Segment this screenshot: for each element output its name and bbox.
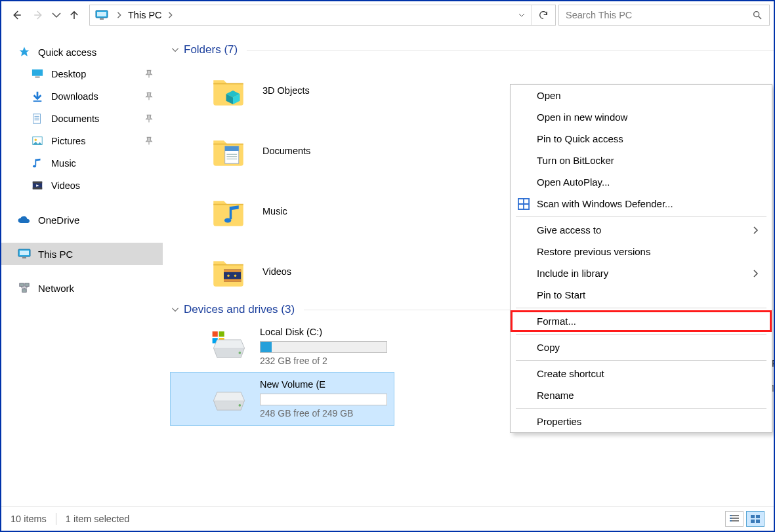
music-icon [30,157,45,169]
view-large-icons-button[interactable] [746,511,765,527]
group-header-folders[interactable]: Folders (7) [171,43,774,56]
menu-item-label: Scan with Windows Defender... [537,198,673,209]
svg-point-8 [35,138,37,141]
svg-rect-18 [22,289,26,293]
svg-point-31 [239,352,241,354]
drive-label: New Volume (E [260,379,387,390]
menu-item[interactable]: Pin to Quick access [511,128,772,150]
menu-item[interactable]: Open [511,85,772,106]
svg-rect-20 [225,146,239,151]
nav-item-videos[interactable]: Videos [1,174,163,197]
menu-item-label: Open [537,90,561,101]
svg-rect-12 [33,188,42,190]
nav-this-pc[interactable]: This PC [1,243,163,265]
nav-label: Desktop [51,69,86,79]
menu-item[interactable]: Turn on BitLocker [511,150,772,171]
folder-item-documents[interactable]: Documents [171,121,348,181]
nav-item-desktop[interactable]: Desktop [1,63,163,85]
svg-rect-2 [100,18,104,20]
nav-item-documents[interactable]: Documents [1,108,163,130]
search-input[interactable]: Search This PC [558,5,770,26]
status-selection: 1 item selected [66,514,130,524]
menu-item-label: Pin to Quick access [537,133,623,144]
svg-rect-11 [33,182,42,184]
folder-label: 3D Objects [262,85,310,96]
recent-locations-button[interactable] [50,4,63,26]
menu-item[interactable]: Rename [511,384,772,406]
svg-rect-16 [20,283,24,287]
refresh-button[interactable] [531,5,555,25]
svg-rect-27 [213,331,218,337]
defender-icon [517,198,530,210]
view-details-button[interactable] [725,511,744,527]
nav-label: Quick access [38,47,96,58]
menu-item-label: Format... [537,316,576,327]
svg-rect-5 [35,77,39,78]
back-button[interactable] [5,4,28,26]
menu-item[interactable]: Give access to [511,219,772,241]
chevron-right-icon [752,226,760,234]
menu-item[interactable]: Scan with Windows Defender... [511,193,772,215]
nav-item-downloads[interactable]: Downloads [1,85,163,108]
folder-icon [210,253,247,290]
drive-item[interactable]: New Volume (E 248 GB free of 249 GB [171,373,394,425]
menu-item[interactable]: Open in new window [511,106,772,128]
pin-icon [144,114,154,123]
menu-item[interactable]: Copy [511,337,772,358]
folder-item-videos[interactable]: Videos [171,241,348,302]
svg-rect-6 [33,114,41,123]
group-title: Folders (7) [184,43,238,56]
menu-item[interactable]: Create shortcut [511,363,772,384]
svg-rect-14 [20,251,29,255]
pin-icon [144,92,154,101]
menu-item[interactable]: Open AutoPlay... [511,171,772,193]
menu-item-label: Open AutoPlay... [537,176,610,188]
nav-item-pictures[interactable]: Pictures [1,130,163,152]
drive-icon [210,382,248,415]
svg-rect-37 [756,520,760,523]
nav-item-music[interactable]: Music [1,152,163,174]
menu-item[interactable]: Pin to Start [511,284,772,306]
nav-label: This PC [38,249,73,260]
svg-rect-24 [224,279,241,281]
chevron-right-icon[interactable] [114,12,125,18]
content-pane: Folders (7) 3D Objects Documents Music V… [163,29,774,507]
breadcrumb-this-pc[interactable]: This PC [125,10,165,20]
menu-item-label: Copy [537,342,560,353]
svg-rect-28 [219,331,224,337]
svg-rect-4 [32,70,43,76]
nav-onedrive[interactable]: OneDrive [1,209,163,231]
svg-point-32 [239,404,241,407]
folder-item-music[interactable]: Music [171,181,348,241]
group-title: Devices and drives (3) [184,303,295,316]
videos-icon [30,180,45,192]
nav-network[interactable]: Network [1,277,163,299]
menu-item-label: Pin to Start [537,289,585,300]
pictures-icon [30,135,45,147]
nav-quick-access[interactable]: Quick access [1,41,163,63]
menu-item[interactable]: Restore previous versions [511,241,772,262]
nav-label: Documents [51,113,99,124]
menu-item-label: Create shortcut [537,368,604,379]
up-button[interactable] [63,4,85,26]
nav-label: Network [38,283,74,294]
menu-item-label: Include in library [537,268,608,279]
nav-label: Videos [51,180,80,191]
forward-button[interactable] [28,4,50,26]
menu-item[interactable]: Include in library [511,262,772,284]
svg-point-9 [33,165,36,168]
desktop-icon [30,68,45,80]
svg-rect-35 [756,515,760,518]
menu-item[interactable]: Properties [511,411,772,432]
folder-item-3d[interactable]: 3D Objects [171,60,348,121]
drive-capacity-bar [260,341,387,353]
chevron-right-icon[interactable] [165,12,177,18]
svg-rect-34 [751,515,755,518]
address-dropdown-button[interactable] [513,11,531,19]
address-box[interactable]: This PC [89,5,556,26]
menu-item[interactable]: Format... [511,310,772,332]
documents-icon [30,113,45,125]
menu-item-label: Rename [537,390,574,401]
chevron-down-icon [171,305,180,314]
drive-item[interactable]: Local Disk (C:) 232 GB free of 2 [171,320,394,373]
